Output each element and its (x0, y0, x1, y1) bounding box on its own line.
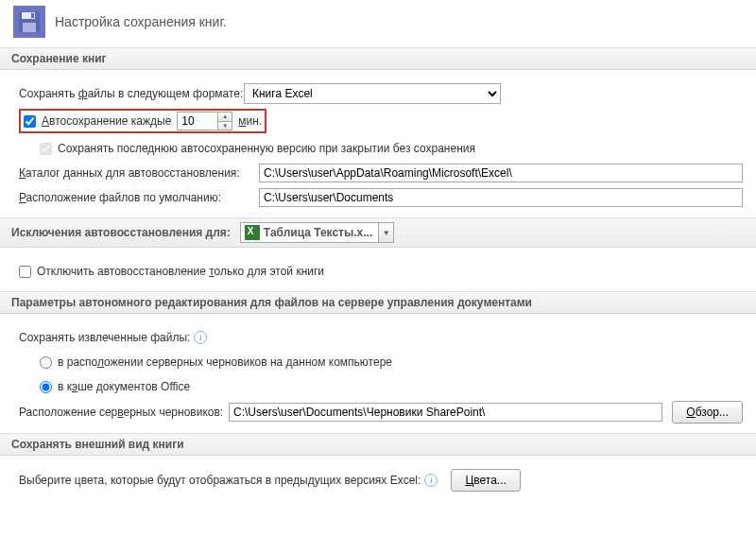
keep-last-autosave-label: Сохранять последнюю автосохраненную верс… (58, 142, 475, 155)
keep-last-autosave-checkbox (40, 143, 52, 155)
office-cache-label: в кэше документов Office (58, 380, 190, 393)
section-appearance: Сохранять внешний вид книги (0, 433, 756, 456)
autosave-interval-spinner[interactable]: ▲ ▼ (177, 112, 232, 130)
server-drafts-dir-input[interactable] (229, 403, 662, 422)
section-recovery-exceptions: Исключения автовосстановления для: Табли… (0, 217, 756, 248)
browse-button[interactable]: Обзор... (672, 401, 743, 424)
recovery-dir-input[interactable] (259, 164, 743, 182)
info-icon[interactable]: i (424, 474, 438, 487)
spinner-down-icon[interactable]: ▼ (218, 122, 232, 130)
workbook-select[interactable]: Таблица Тексты.x... (240, 222, 379, 243)
color-prompt-label: Выберите цвета, которые будут отображать… (19, 474, 421, 487)
disable-autorecover-label: Отключить автовосстановление только для … (37, 265, 324, 278)
disable-autorecover-checkbox[interactable] (19, 266, 31, 278)
autosave-unit-label: мин. (238, 114, 262, 128)
recovery-exceptions-label: Исключения автовосстановления для: (11, 226, 231, 239)
default-location-input[interactable] (259, 188, 743, 207)
recovery-dir-label: Каталог данных для автовосстановления: (19, 166, 259, 180)
section-offline-editing: Параметры автономного редактирования для… (0, 291, 756, 314)
autosave-label: Автосохранение каждые (42, 114, 171, 128)
autosave-interval-input[interactable] (178, 113, 217, 130)
colors-button[interactable]: Цвета... (451, 469, 520, 492)
workbook-select-dropdown[interactable]: ▼ (379, 222, 394, 243)
save-checked-out-label: Сохранять извлеченные файлы: (19, 331, 190, 344)
save-format-label: Сохранять файлы в следующем формате: (19, 87, 244, 100)
server-drafts-dir-label: Расположение серверных черновиков: (19, 406, 229, 419)
section-save-books: Сохранение книг (0, 47, 756, 70)
save-floppy-icon (13, 6, 45, 38)
page-title: Настройка сохранения книг. (55, 14, 227, 29)
save-format-select[interactable]: Книга Excel (244, 83, 501, 104)
svg-rect-2 (23, 23, 36, 32)
info-icon[interactable]: i (194, 331, 207, 344)
spinner-up-icon[interactable]: ▲ (218, 113, 232, 122)
autosave-checkbox[interactable] (24, 115, 36, 128)
svg-rect-3 (31, 13, 34, 18)
page-header: Настройка сохранения книг. (0, 0, 756, 47)
office-cache-radio[interactable] (40, 381, 52, 393)
autosave-highlight: Автосохранение каждые ▲ ▼ мин. (19, 109, 266, 133)
default-location-label: Расположение файлов по умолчанию: (19, 191, 259, 204)
server-drafts-location-radio[interactable] (40, 356, 52, 369)
workbook-name: Таблица Тексты.x... (264, 226, 378, 239)
server-drafts-location-label: в расположении серверных черновиков на д… (58, 355, 392, 369)
excel-workbook-icon (245, 225, 260, 240)
